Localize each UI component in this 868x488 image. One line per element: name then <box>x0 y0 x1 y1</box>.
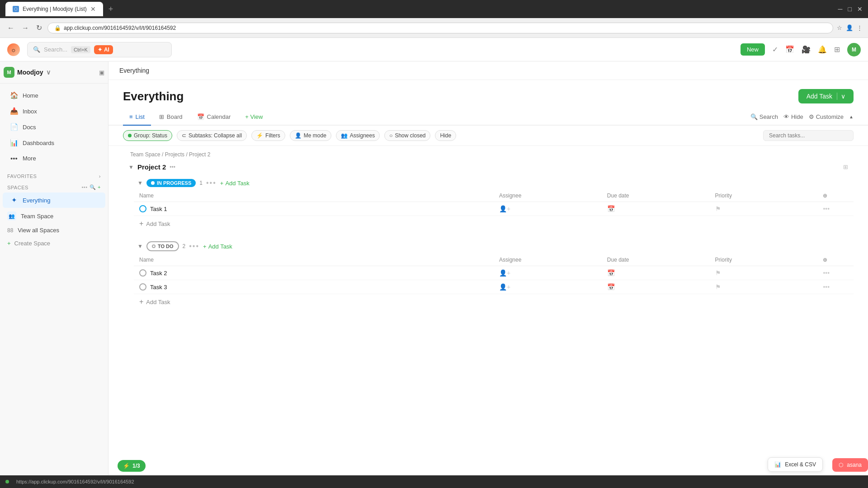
add-task-caret-icon[interactable]: ∨ <box>837 93 845 100</box>
favorites-expand-icon[interactable]: › <box>99 174 101 179</box>
to-do-more-icon[interactable]: ••• <box>189 242 199 250</box>
task2-assignee-icon[interactable]: 👤+ <box>499 269 510 277</box>
task3-due-icon[interactable]: 📅 <box>607 283 615 291</box>
task1-due-icon[interactable]: 📅 <box>607 205 615 212</box>
sidebar-item-view-all-spaces[interactable]: 88 View all Spaces <box>0 224 108 237</box>
forward-button[interactable]: → <box>20 22 31 34</box>
task3-assignee-cell[interactable]: 👤+ <box>494 280 602 294</box>
sidebar-item-everything[interactable]: ✦ Everything <box>3 192 105 208</box>
new-button[interactable]: New <box>741 43 765 56</box>
task3-more-cell[interactable]: ••• <box>817 280 854 294</box>
sidebar-item-more[interactable]: ••• More <box>3 151 105 166</box>
in-progress-add-task-row[interactable]: + Add Task <box>134 216 854 231</box>
add-task-main-button[interactable]: Add Task ∨ <box>798 89 854 103</box>
sidebar-item-team-space[interactable]: 👥 Team Space <box>0 208 108 224</box>
task2-due-icon[interactable]: 📅 <box>607 269 615 277</box>
tab-calendar[interactable]: 📅 Calendar <box>191 109 237 126</box>
asana-promo-banner[interactable]: ⬡ asana <box>832 458 868 472</box>
show-closed-filter[interactable]: ○ Show closed <box>384 130 430 141</box>
to-do-badge[interactable]: TO DO <box>146 241 179 251</box>
task2-more-icon[interactable]: ••• <box>823 269 830 277</box>
task3-priority-cell[interactable]: ⚑ <box>710 280 818 294</box>
subtasks-filter[interactable]: ⊂ Subtasks: Collapse all <box>177 130 247 141</box>
task2-priority-cell[interactable]: ⚑ <box>710 266 818 280</box>
star-icon[interactable]: ☆ <box>837 24 842 31</box>
to-do-add-task-row[interactable]: + Add Task <box>134 294 854 310</box>
task3-assignee-icon[interactable]: 👤+ <box>499 283 510 291</box>
video-icon[interactable]: 🎥 <box>802 45 811 54</box>
task2-more-cell[interactable]: ••• <box>817 266 854 280</box>
sidebar-item-home[interactable]: 🏠 Home <box>3 88 105 103</box>
calendar-icon[interactable]: 📅 <box>785 45 794 54</box>
spaces-add-icon[interactable]: + <box>98 184 101 190</box>
task1-priority-icon[interactable]: ⚑ <box>715 205 721 212</box>
task1-due-cell[interactable]: 📅 <box>602 202 710 216</box>
check-icon[interactable]: ✓ <box>772 45 778 54</box>
group-status-filter[interactable]: Group: Status <box>123 130 172 141</box>
task3-status-radio[interactable] <box>139 283 146 291</box>
in-progress-badge[interactable]: IN PROGRESS <box>146 179 196 187</box>
task1-priority-cell[interactable]: ⚑ <box>710 202 818 216</box>
project-menu-icon[interactable]: ••• <box>170 164 175 170</box>
in-progress-collapse-icon[interactable]: ▼ <box>137 180 143 186</box>
tab-board[interactable]: ⊞ Board <box>153 109 189 126</box>
sidebar-item-docs[interactable]: 📄 Docs <box>3 119 105 135</box>
ai-badge[interactable]: ✦ AI <box>94 45 113 54</box>
task3-due-cell[interactable]: 📅 <box>602 280 710 294</box>
task1-assignee-icon[interactable]: 👤+ <box>499 205 510 212</box>
address-bar[interactable]: 🔒 app.clickup.com/9016164592/v/l/t/90161… <box>47 23 833 33</box>
tab-add-view[interactable]: + View <box>239 109 269 125</box>
minimize-button[interactable]: ─ <box>838 5 843 13</box>
breadcrumb-project2[interactable]: Project 2 <box>189 151 210 158</box>
sidebar-item-dashboards[interactable]: 📊 Dashboards <box>3 135 105 150</box>
task1-status-radio[interactable] <box>139 205 146 212</box>
floating-progress-badge[interactable]: ⚡ 1/3 <box>118 460 146 472</box>
close-button[interactable]: ✕ <box>857 5 863 13</box>
task2-due-cell[interactable]: 📅 <box>602 266 710 280</box>
new-tab-button[interactable]: + <box>107 3 115 16</box>
task2-name[interactable]: Task 2 <box>150 270 167 277</box>
search-tasks-input[interactable] <box>763 130 854 141</box>
tab-close-button[interactable]: ✕ <box>90 5 96 13</box>
in-progress-more-icon[interactable]: ••• <box>206 179 217 187</box>
browser-tab[interactable]: ⬡ Everything | Moodjoy (List) ✕ <box>5 2 103 16</box>
project-collapse-icon[interactable]: ▼ <box>128 164 134 170</box>
task1-assignee-cell[interactable]: 👤+ <box>494 202 602 216</box>
breadcrumb-team-space[interactable]: Team Space <box>130 151 160 158</box>
back-button[interactable]: ← <box>5 22 16 34</box>
task3-name[interactable]: Task 3 <box>150 284 167 291</box>
global-search-bar[interactable]: 🔍 Search... Ctrl+K ✦ AI <box>27 42 172 57</box>
sidebar-item-inbox[interactable]: 📥 Inbox <box>3 103 105 119</box>
col-header-add[interactable]: ⊕ <box>817 190 854 202</box>
grid-icon[interactable]: ⊞ <box>834 45 840 54</box>
spaces-search-icon[interactable]: 🔍 <box>90 184 96 190</box>
hide-filter[interactable]: Hide <box>435 130 456 141</box>
notification-icon[interactable]: 🔔 <box>818 45 827 54</box>
in-progress-add-task[interactable]: + Add Task <box>220 180 250 187</box>
project-grid-view-icon[interactable]: ⊞ <box>843 164 848 170</box>
task2-assignee-cell[interactable]: 👤+ <box>494 266 602 280</box>
menu-icon[interactable]: ⋮ <box>857 24 863 31</box>
hide-action[interactable]: 👁 Hide <box>783 113 803 120</box>
collapse-view-icon[interactable]: ▲ <box>849 114 854 119</box>
tab-list[interactable]: ≡ List <box>123 109 151 126</box>
assignees-filter[interactable]: 👥 Assignees <box>336 130 380 141</box>
breadcrumb-projects[interactable]: Projects <box>165 151 184 158</box>
to-do-col-header-add[interactable]: ⊕ <box>817 254 854 266</box>
task1-name[interactable]: Task 1 <box>150 206 167 212</box>
to-do-add-task[interactable]: + Add Task <box>203 243 232 250</box>
task3-priority-icon[interactable]: ⚑ <box>715 283 721 291</box>
task1-more-icon[interactable]: ••• <box>823 205 830 212</box>
spaces-more-icon[interactable]: ••• <box>82 184 88 190</box>
create-space-item[interactable]: + Create Space <box>0 237 108 250</box>
customize-action[interactable]: ⚙ Customize <box>809 113 844 120</box>
excel-csv-promo-banner[interactable]: 📊 Excel & CSV <box>768 457 823 472</box>
workspace-dropdown-icon[interactable]: ∨ <box>46 69 51 76</box>
profile-icon[interactable]: 👤 <box>846 24 853 31</box>
sidebar-toggle-icon[interactable]: ▣ <box>99 69 104 76</box>
user-avatar[interactable]: M <box>847 43 861 56</box>
task2-priority-icon[interactable]: ⚑ <box>715 269 721 277</box>
filters-chip[interactable]: ⚡ Filters <box>251 130 285 141</box>
search-action[interactable]: 🔍 Search <box>750 113 778 120</box>
me-mode-filter[interactable]: 👤 Me mode <box>290 130 331 141</box>
